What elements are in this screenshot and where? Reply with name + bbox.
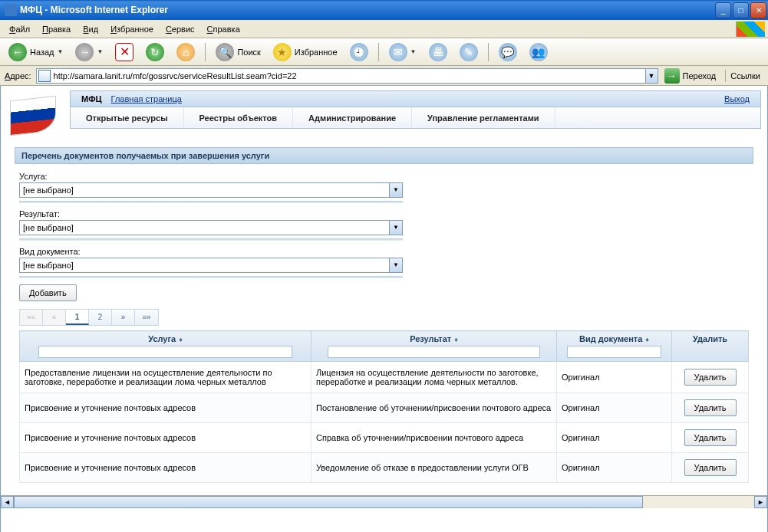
menu-tools[interactable]: Сервис xyxy=(160,23,201,35)
service-label: Услуга: xyxy=(19,172,749,181)
links-button[interactable]: Ссылки xyxy=(725,70,765,82)
breadcrumb-mfc[interactable]: МФЦ xyxy=(77,94,107,103)
cell-doctype: Оригинал xyxy=(557,453,672,483)
results-table: Услуга♦ Результат♦ Вид документа♦ xyxy=(19,330,749,483)
sort-icon: ♦ xyxy=(179,336,183,343)
result-label: Результат: xyxy=(19,209,749,218)
delete-button[interactable]: Удалить xyxy=(684,369,737,386)
nav-regulations[interactable]: Управление регламентами xyxy=(412,107,555,128)
result-select-toggle[interactable]: ▼ xyxy=(390,220,403,235)
home-button[interactable]: ⌂ xyxy=(171,40,200,64)
table-row: Присвоение и уточнение почтовых адресовУ… xyxy=(20,453,749,483)
cell-service: Присвоение и уточнение почтовых адресов xyxy=(20,423,311,453)
menu-file[interactable]: Файл xyxy=(3,23,36,35)
cell-service: Присвоение и уточнение почтовых адресов xyxy=(20,453,311,483)
pager-page-2[interactable]: 2 xyxy=(89,310,112,325)
doctype-select-toggle[interactable]: ▼ xyxy=(390,258,403,273)
close-button[interactable]: ✕ xyxy=(750,2,766,18)
menu-help[interactable]: Справка xyxy=(201,23,246,35)
go-button[interactable]: → Переход xyxy=(661,67,720,85)
windows-logo-icon xyxy=(736,21,765,37)
print-icon: 🖶 xyxy=(429,43,447,61)
delete-button[interactable]: Удалить xyxy=(684,429,737,446)
doctype-label: Вид документа: xyxy=(19,247,749,256)
cell-doctype: Оригинал xyxy=(557,362,672,393)
back-button[interactable]: ← Назад ▼ xyxy=(3,40,68,64)
forward-button[interactable]: → ▼ xyxy=(70,40,108,64)
pager-next[interactable]: » xyxy=(112,310,135,325)
filter-service-input[interactable] xyxy=(38,346,292,358)
service-select-toggle[interactable]: ▼ xyxy=(390,182,403,198)
doctype-select[interactable]: [не выбрано] xyxy=(19,258,390,273)
nav-open-resources[interactable]: Открытые ресурсы xyxy=(71,107,184,128)
search-icon: 🔍 xyxy=(216,43,234,61)
col-doctype-header[interactable]: Вид документа♦ xyxy=(557,331,672,362)
favorites-button[interactable]: ★ Избранное xyxy=(268,40,343,64)
discuss-button[interactable]: 💬 xyxy=(493,40,522,64)
service-select[interactable]: [не выбрано] xyxy=(19,182,390,198)
result-select[interactable]: [не выбрано] xyxy=(19,220,390,235)
address-dropdown[interactable]: ▼ xyxy=(645,69,658,83)
stop-icon: ✕ xyxy=(115,43,133,61)
menu-edit[interactable]: Правка xyxy=(36,23,77,35)
maximize-button[interactable]: □ xyxy=(733,2,749,18)
nav-object-registries[interactable]: Реестры объектов xyxy=(184,107,294,128)
edit-button[interactable]: ✎ xyxy=(454,40,483,64)
back-label: Назад xyxy=(30,48,54,57)
filter-result-input[interactable] xyxy=(328,346,539,358)
flag-icon xyxy=(10,96,56,136)
col-result-header[interactable]: Результат♦ xyxy=(311,331,557,362)
menu-favorites[interactable]: Избранное xyxy=(104,23,160,35)
scroll-left-button[interactable]: ◄ xyxy=(1,496,14,508)
search-button[interactable]: 🔍 Поиск xyxy=(210,40,265,64)
chevron-down-icon: ▼ xyxy=(97,48,103,55)
delete-button[interactable]: Удалить xyxy=(684,399,737,416)
scroll-track[interactable] xyxy=(14,496,754,508)
stop-button[interactable]: ✕ xyxy=(110,40,139,64)
research-button[interactable]: 👥 xyxy=(524,40,553,64)
toolbar: ← Назад ▼ → ▼ ✕ ↻ ⌂ 🔍 Поиск ★ Избранное … xyxy=(0,38,768,66)
pager-prev[interactable]: « xyxy=(43,310,66,325)
breadcrumb-home[interactable]: Главная страница xyxy=(107,94,186,103)
refresh-button[interactable]: ↻ xyxy=(140,40,170,64)
scroll-thumb[interactable] xyxy=(14,496,643,508)
cell-doctype: Оригинал xyxy=(557,393,672,423)
print-button[interactable]: 🖶 xyxy=(424,40,453,64)
table-row: Присвоение и уточнение почтовых адресовП… xyxy=(20,393,749,423)
go-label: Переход xyxy=(683,71,717,80)
nav-administration[interactable]: Администрирование xyxy=(293,107,412,128)
menu-view[interactable]: Вид xyxy=(77,23,104,35)
cell-doctype: Оригинал xyxy=(557,423,672,453)
search-label: Поиск xyxy=(237,48,260,57)
go-icon: → xyxy=(664,68,680,84)
table-row: Предоставление лицензии на осуществление… xyxy=(20,362,749,393)
pager-page-1[interactable]: 1 xyxy=(66,310,89,325)
browser-viewport: МФЦ Главная страница Выход Открытые ресу… xyxy=(0,86,768,532)
horizontal-scrollbar[interactable]: ◄ ► xyxy=(1,495,767,508)
delete-button[interactable]: Удалить xyxy=(684,459,737,476)
filter-doctype-input[interactable] xyxy=(567,346,661,358)
research-icon: 👥 xyxy=(529,43,548,61)
menubar: Файл Правка Вид Избранное Сервис Справка xyxy=(0,20,768,38)
cell-service: Предоставление лицензии на осуществление… xyxy=(20,362,311,393)
address-label: Адрес: xyxy=(3,71,33,80)
chevron-down-icon: ▼ xyxy=(58,48,64,55)
pager-last[interactable]: »» xyxy=(135,310,158,325)
mail-button[interactable]: ✉▼ xyxy=(384,40,422,64)
history-button[interactable]: 🕘 xyxy=(344,40,374,64)
sort-icon: ♦ xyxy=(645,336,649,343)
forward-icon: → xyxy=(75,43,94,61)
breadcrumb: МФЦ Главная страница Выход xyxy=(70,90,761,107)
page-icon xyxy=(38,70,51,82)
breadcrumb-exit[interactable]: Выход xyxy=(720,94,754,103)
scroll-right-button[interactable]: ► xyxy=(754,496,767,508)
add-button[interactable]: Добавить xyxy=(19,284,77,301)
star-icon: ★ xyxy=(273,43,292,61)
window-title: МФЦ - Microsoft Internet Explorer xyxy=(20,5,715,15)
main-nav: Открытые ресурсы Реестры объектов Админи… xyxy=(70,107,761,129)
address-input[interactable] xyxy=(52,71,645,80)
col-service-header[interactable]: Услуга♦ xyxy=(20,331,311,362)
pager-first[interactable]: «« xyxy=(20,310,43,325)
minimize-button[interactable]: _ xyxy=(715,2,731,18)
window-titlebar: МФЦ - Microsoft Internet Explorer _ □ ✕ xyxy=(0,0,768,20)
